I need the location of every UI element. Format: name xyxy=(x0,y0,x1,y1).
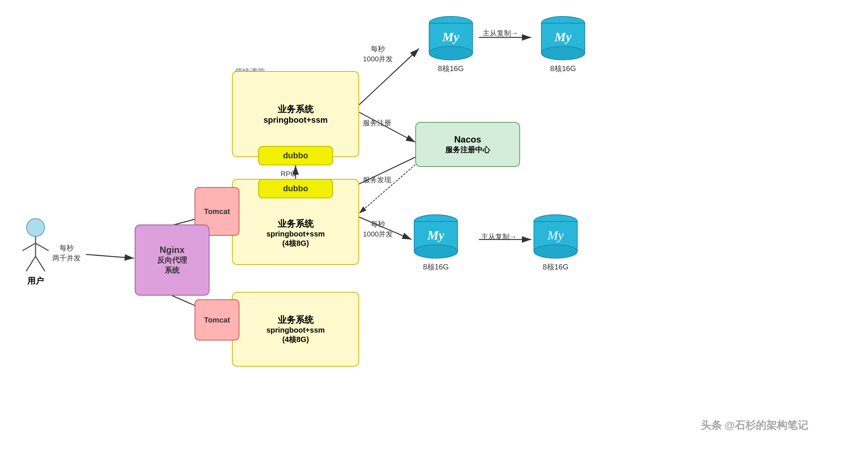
user-label: 用户 xyxy=(27,275,44,287)
rpc-label: RPC xyxy=(281,170,296,178)
biz-top-box: 业务系统 springboot+ssm xyxy=(232,71,359,157)
svg-line-11 xyxy=(86,254,134,258)
svg-line-31 xyxy=(22,243,36,251)
biz-top-label: 业务系统 xyxy=(278,103,314,115)
svg-text:My: My xyxy=(547,228,564,242)
biz-bot-box: 业务系统 springboot+ssm (4核8G) xyxy=(232,292,359,367)
biz-mid-extra: (4核8G) xyxy=(282,238,309,248)
nginx-extra: 系统 xyxy=(165,265,180,275)
user-nginx-label: 每秒两千并发 xyxy=(52,243,81,263)
tomcat-bot-box: Tomcat xyxy=(195,299,239,341)
mysql-top-slave: My 8核16G xyxy=(539,15,587,74)
nginx-label: Nginx xyxy=(160,245,185,255)
nacos-box: Nacos 服务注册中心 xyxy=(415,122,520,167)
diagram: 儒猿课堂 业务系统 springboot+ssm dubbo Nacos 服务注… xyxy=(0,0,868,455)
mysql-mid-slave-spec: 8核16G xyxy=(543,262,569,272)
biz-bot-extra: (4核8G) xyxy=(282,335,309,345)
svg-text:My: My xyxy=(427,228,444,242)
biz-top-sublabel: springboot+ssm xyxy=(263,115,328,125)
concurrent-top-label: 每秒1000并发 xyxy=(363,44,393,64)
svg-text:My: My xyxy=(442,30,459,44)
biz-bot-sublabel: springboot+ssm xyxy=(266,326,325,335)
dubbo-top-box: dubbo xyxy=(258,146,333,165)
mysql-mid-master-spec: 8核16G xyxy=(423,262,449,272)
master-slave-top-label: 主从复制→ xyxy=(483,28,518,38)
biz-mid-label: 业务系统 xyxy=(278,218,314,230)
mysql-top-master: My 8核16G xyxy=(427,15,475,74)
watermark: 头条 @石杉的架构笔记 xyxy=(701,418,808,433)
service-register-label: 服务注册 xyxy=(363,118,391,128)
mysql-top-master-spec: 8核16G xyxy=(438,64,464,74)
nginx-sublabel: 反向代理 xyxy=(157,255,187,265)
dubbo-mid-box: dubbo xyxy=(258,179,333,198)
mysql-mid-master: My 8核16G xyxy=(412,213,460,272)
svg-line-32 xyxy=(36,243,49,251)
svg-point-19 xyxy=(541,46,585,60)
svg-point-27 xyxy=(534,245,577,258)
nginx-box: Nginx 反向代理 系统 xyxy=(135,225,210,296)
svg-point-15 xyxy=(429,46,473,60)
nacos-sublabel: 服务注册中心 xyxy=(445,145,490,155)
svg-text:My: My xyxy=(554,30,572,44)
svg-line-33 xyxy=(26,256,36,271)
svg-line-34 xyxy=(36,256,45,271)
nacos-label: Nacos xyxy=(454,134,481,145)
svg-point-29 xyxy=(27,219,45,236)
svg-line-12 xyxy=(359,165,415,213)
service-discover-label: 服务发现 xyxy=(363,175,391,185)
biz-bot-label: 业务系统 xyxy=(278,314,314,326)
master-slave-mid-label: 主从复制→ xyxy=(481,232,517,242)
biz-mid-sublabel: springboot+ssm xyxy=(266,230,325,238)
mysql-top-slave-spec: 8核16G xyxy=(550,64,576,74)
svg-point-23 xyxy=(414,245,458,258)
concurrent-mid-label: 每秒1000并发 xyxy=(363,219,393,239)
user-figure: 用户 xyxy=(19,217,52,287)
mysql-mid-slave: My 8核16G xyxy=(531,213,580,272)
